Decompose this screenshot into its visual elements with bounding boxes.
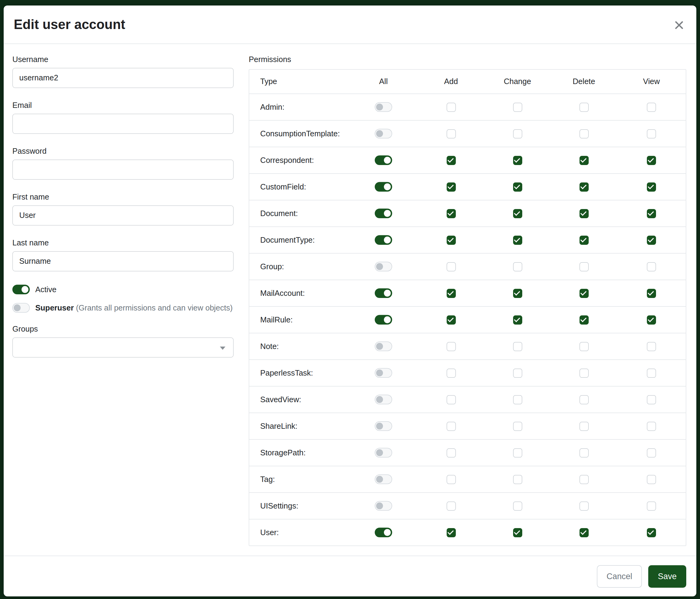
permission-view-checkbox[interactable]	[647, 235, 656, 244]
permission-change-checkbox[interactable]	[513, 155, 522, 165]
permission-add-checkbox[interactable]	[447, 129, 456, 138]
permission-change-checkbox[interactable]	[513, 448, 522, 457]
permission-view-checkbox[interactable]	[647, 129, 656, 138]
permission-change-checkbox[interactable]	[513, 395, 522, 404]
permission-view-checkbox[interactable]	[647, 501, 656, 510]
permission-all-toggle[interactable]	[375, 342, 392, 352]
permission-all-toggle[interactable]	[375, 528, 392, 537]
permission-view-checkbox[interactable]	[647, 262, 656, 271]
permission-add-checkbox[interactable]	[447, 501, 456, 510]
permission-change-checkbox[interactable]	[513, 342, 522, 351]
permission-all-toggle[interactable]	[375, 155, 392, 165]
permission-add-checkbox[interactable]	[447, 262, 456, 271]
permission-all-toggle[interactable]	[375, 315, 392, 325]
permission-delete-checkbox[interactable]	[579, 102, 589, 112]
permission-all-toggle[interactable]	[375, 288, 392, 298]
permission-delete-checkbox[interactable]	[579, 422, 589, 431]
save-button[interactable]: Save	[648, 565, 686, 588]
permission-add-checkbox[interactable]	[447, 315, 456, 324]
permission-view-checkbox[interactable]	[647, 528, 656, 537]
permission-change-checkbox[interactable]	[513, 528, 522, 537]
permission-add-checkbox[interactable]	[447, 395, 456, 404]
permission-change-checkbox[interactable]	[513, 182, 522, 191]
permission-all-toggle[interactable]	[375, 209, 392, 218]
permission-add-checkbox[interactable]	[447, 368, 456, 378]
permission-change-checkbox[interactable]	[513, 475, 522, 484]
first-name-field[interactable]	[12, 206, 234, 225]
permission-add-checkbox[interactable]	[447, 182, 456, 191]
permission-change-checkbox[interactable]	[513, 102, 522, 112]
permission-add-checkbox[interactable]	[447, 235, 456, 244]
email-field[interactable]	[12, 114, 234, 134]
superuser-toggle[interactable]	[12, 303, 30, 313]
permission-all-toggle[interactable]	[375, 422, 392, 431]
permission-view-checkbox[interactable]	[647, 102, 656, 112]
modal-body: Username Email Password First name Last	[4, 44, 696, 556]
column-header-type: Type	[249, 77, 349, 86]
permission-change-checkbox[interactable]	[513, 262, 522, 271]
permission-add-checkbox[interactable]	[447, 475, 456, 484]
groups-select[interactable]	[12, 337, 234, 358]
username-input[interactable]	[12, 68, 234, 88]
permission-change-checkbox[interactable]	[513, 235, 522, 244]
permission-view-checkbox[interactable]	[647, 209, 656, 218]
permission-view-checkbox[interactable]	[647, 448, 656, 457]
permission-delete-checkbox[interactable]	[579, 129, 589, 138]
permission-all-toggle[interactable]	[375, 368, 392, 378]
permission-add-checkbox[interactable]	[447, 209, 456, 218]
permission-view-checkbox[interactable]	[647, 182, 656, 191]
permission-all-toggle[interactable]	[375, 235, 392, 245]
permission-delete-checkbox[interactable]	[579, 448, 589, 457]
permission-view-checkbox[interactable]	[647, 288, 656, 298]
permission-add-checkbox[interactable]	[447, 102, 456, 112]
permission-all-toggle[interactable]	[375, 475, 392, 484]
last-name-field[interactable]	[12, 251, 234, 271]
permission-view-checkbox[interactable]	[647, 422, 656, 431]
permission-all-toggle[interactable]	[375, 129, 392, 139]
cancel-button[interactable]: Cancel	[597, 565, 642, 588]
permission-view-checkbox[interactable]	[647, 368, 656, 378]
permission-delete-checkbox[interactable]	[579, 182, 589, 191]
permission-delete-checkbox[interactable]	[579, 262, 589, 271]
permission-all-toggle[interactable]	[375, 395, 392, 405]
password-field[interactable]	[12, 160, 234, 180]
close-icon[interactable]: ×	[672, 15, 686, 33]
permission-delete-checkbox[interactable]	[579, 315, 589, 324]
permission-add-checkbox[interactable]	[447, 422, 456, 431]
permission-view-checkbox[interactable]	[647, 395, 656, 404]
permission-delete-checkbox[interactable]	[579, 288, 589, 298]
permission-all-toggle[interactable]	[375, 102, 392, 112]
permission-all-toggle[interactable]	[375, 182, 392, 192]
permission-delete-checkbox[interactable]	[579, 155, 589, 165]
permission-view-checkbox[interactable]	[647, 475, 656, 484]
active-toggle[interactable]	[12, 285, 30, 295]
permission-delete-checkbox[interactable]	[579, 368, 589, 378]
permission-change-checkbox[interactable]	[513, 129, 522, 138]
permission-change-checkbox[interactable]	[513, 422, 522, 431]
permission-delete-checkbox[interactable]	[579, 395, 589, 404]
permission-change-checkbox[interactable]	[513, 368, 522, 378]
permission-add-checkbox[interactable]	[447, 155, 456, 165]
permission-all-toggle[interactable]	[375, 262, 392, 272]
permission-delete-checkbox[interactable]	[579, 475, 589, 484]
permission-view-checkbox[interactable]	[647, 155, 656, 165]
permission-delete-checkbox[interactable]	[579, 342, 589, 351]
permission-change-checkbox[interactable]	[513, 288, 522, 298]
permission-change-checkbox[interactable]	[513, 315, 522, 324]
permission-delete-checkbox[interactable]	[579, 501, 589, 510]
permission-view-checkbox[interactable]	[647, 342, 656, 351]
permission-delete-checkbox[interactable]	[579, 528, 589, 537]
permission-add-checkbox[interactable]	[447, 288, 456, 298]
permission-change-checkbox[interactable]	[513, 209, 522, 218]
permission-change-checkbox[interactable]	[513, 501, 522, 510]
permission-type-label: User:	[249, 528, 349, 537]
permission-all-toggle[interactable]	[375, 448, 392, 458]
permission-add-checkbox[interactable]	[447, 528, 456, 537]
permission-delete-checkbox[interactable]	[579, 235, 589, 244]
permission-all-toggle[interactable]	[375, 501, 392, 511]
permission-view-checkbox[interactable]	[647, 315, 656, 324]
modal-title: Edit user account	[14, 17, 125, 32]
permission-add-checkbox[interactable]	[447, 342, 456, 351]
permission-delete-checkbox[interactable]	[579, 209, 589, 218]
permission-add-checkbox[interactable]	[447, 448, 456, 457]
